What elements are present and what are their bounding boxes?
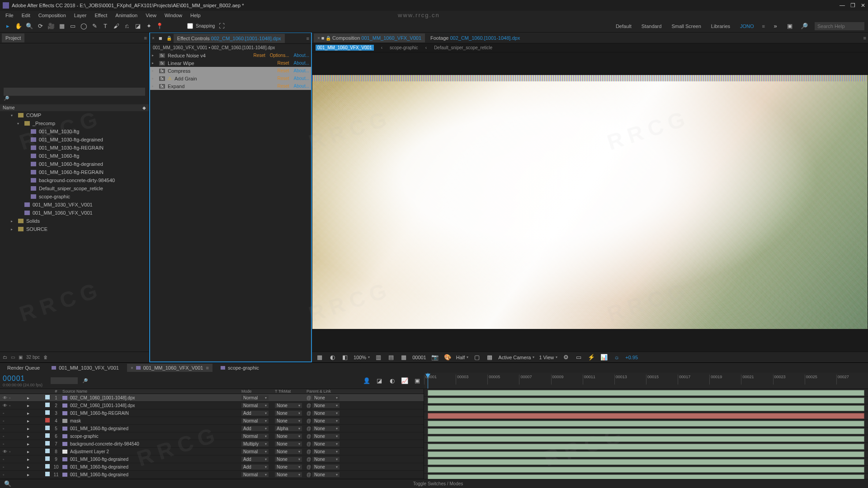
parent-dropdown[interactable]: None▾ [312,465,340,469]
track-row[interactable] [424,397,868,404]
layer-row[interactable]: ◦▸5001_MM_1060-ftg-degrainedAdd▾Alpha▾@ … [0,425,424,432]
pickwhip-icon[interactable]: @ [307,465,311,469]
effect-reset[interactable]: Reset [277,84,289,89]
parent-dropdown[interactable]: None▾ [312,449,340,454]
twirl-icon[interactable]: ▸ [27,426,29,431]
eye-icon[interactable]: 👁 [3,395,7,400]
timeline-zoom-icon[interactable]: 🔍 [4,480,12,488]
project-item[interactable]: 001_MM_1060-ftg-degrained [0,160,149,168]
project-item[interactable]: ▸Solids [0,217,149,225]
exposure-value[interactable]: +0.95 [625,355,638,360]
project-item[interactable]: Default_sniper_scope_reticle [0,184,149,192]
project-item[interactable]: 001_MM_1060-ftg-REGRAIN [0,168,149,176]
resolution-icon[interactable]: ▥ [374,353,382,361]
layer-bar[interactable] [428,398,864,404]
effect-row[interactable]: ▸fx⚠Add GrainResetAbout... [150,75,311,82]
layer-row[interactable]: ◦▸7background-concrete-dirty-984540Multi… [0,440,424,448]
label-color[interactable] [45,464,50,469]
parent-dropdown[interactable]: None▾ [312,411,340,416]
timeline-tracks[interactable] [424,389,868,479]
effect-row[interactable]: ▸fxReduce Noise v4ResetOptions...About..… [150,52,311,59]
col-trkmat[interactable]: T TrkMat [275,389,307,394]
project-item[interactable]: 001_MM_1060-ftg [0,152,149,160]
project-label-header-icon[interactable]: ◆ [142,105,146,110]
comp-breadcrumb[interactable]: Default_sniper_scope_reticle [434,45,492,50]
timeline-icon[interactable]: 📊 [600,353,608,361]
workspace-jono[interactable]: JONO [738,23,756,29]
twirl-icon[interactable]: ▸ [27,395,29,400]
timeline-search-input[interactable] [51,377,78,384]
effect-controls-tab[interactable]: Effect Controls 002_CM_1060.[1001-1048].… [174,34,285,43]
track-row[interactable] [424,420,868,427]
comp-breadcrumb[interactable]: 001_MM_1060_VFX_V001 [316,45,374,51]
project-item[interactable]: ▾_Precomp [0,119,149,127]
minimize-button[interactable]: — [840,2,845,9]
pickwhip-icon[interactable]: @ [307,426,311,431]
parent-dropdown[interactable]: None▾ [312,457,340,462]
track-row[interactable] [424,443,868,450]
trkmat-dropdown[interactable]: None▾ [275,441,302,446]
label-color[interactable] [45,418,50,422]
orbit-tool-icon[interactable]: ⟳ [36,22,44,30]
maximize-button[interactable]: ❐ [850,2,855,9]
snapshot-icon[interactable]: 📷 [431,353,439,361]
blend-mode-dropdown[interactable]: Normal▾ [241,403,269,408]
trkmat-dropdown[interactable]: None▾ [275,449,302,454]
effect-tab-lock-icon[interactable]: 🔒 [166,36,172,41]
twirl-icon[interactable]: ▸ [27,434,29,439]
label-color[interactable] [45,410,50,415]
snap-options-icon[interactable]: ⛶ [217,22,226,30]
search-icon[interactable]: 🔎 [800,22,808,30]
draft-3d-icon[interactable]: ▣ [413,377,421,385]
project-panel-menu-icon[interactable]: ≡ [144,35,147,41]
blend-mode-dropdown[interactable]: Add▾ [241,465,269,469]
rectangle-tool-icon[interactable]: ▭ [69,22,77,30]
solo-icon[interactable]: ◦ [3,418,5,423]
layer-row[interactable]: 👁◦▸2002_CM_1060_[1001-1048].dpxNormal▾No… [0,402,424,409]
layer-bar[interactable] [428,436,864,442]
label-color[interactable] [45,395,50,399]
parent-dropdown[interactable]: None▾ [312,395,340,400]
project-item[interactable]: background-concrete-dirty-984540 [0,176,149,184]
solo-icon[interactable]: ◦ [3,411,5,416]
effect-reset[interactable]: Reset [254,53,265,58]
frame-blend-toggle-icon[interactable]: ◪ [375,377,383,385]
layer-bar[interactable] [428,467,864,473]
twirl-icon[interactable]: ▸ [27,472,29,477]
blend-mode-dropdown[interactable]: Normal▾ [241,418,269,423]
trkmat-dropdown[interactable]: None▾ [275,465,302,469]
solo-icon[interactable]: ◦ [3,441,5,446]
puppet-tool-icon[interactable]: 📍 [156,22,164,30]
track-row[interactable] [424,412,868,420]
view-options-icon[interactable]: ⚙ [562,353,570,361]
pickwhip-icon[interactable]: @ [307,472,311,477]
comp-panel-menu-icon[interactable]: ≡ [863,35,866,41]
current-frame[interactable]: 00001 [412,355,426,360]
col-parent[interactable]: Parent & Link [307,389,347,394]
pickwhip-icon[interactable]: @ [307,457,311,462]
project-name-header[interactable]: Name [3,105,15,110]
layer-bar[interactable] [428,405,864,411]
label-color[interactable] [45,449,50,453]
workspace-default[interactable]: Default [614,23,633,29]
comp-tab-snapshot-icon[interactable]: ■ [321,35,326,41]
twirl-icon[interactable]: ▸ [27,465,29,469]
zoom-tool-icon[interactable]: 🔍 [25,22,33,30]
new-comp-icon[interactable]: ▣ [19,355,23,360]
pixel-aspect-icon[interactable]: ▭ [575,353,583,361]
twirl-icon[interactable]: ▸ [27,457,29,462]
track-row[interactable] [424,450,868,458]
graph-editor-icon[interactable]: 📈 [401,377,409,385]
timeline-tab[interactable]: 001_MM_1030_VFX_V001 [48,364,123,372]
type-tool-icon[interactable]: T [101,22,109,30]
zoom-dropdown[interactable]: 100%▾ [354,355,370,360]
timeline-tab[interactable]: × 001_MM_1060_VFX_V001 ≡ [127,364,212,372]
blend-mode-dropdown[interactable]: Normal▾ [241,449,269,454]
project-item[interactable]: ▾COMP [0,111,149,119]
effect-about[interactable]: About... [294,76,309,81]
layer-bar[interactable] [428,421,864,427]
selection-tool-icon[interactable]: ▸ [4,22,12,30]
close-button[interactable]: ✕ [861,2,865,9]
effect-reset[interactable]: Reset [277,76,289,81]
trkmat-dropdown[interactable]: None▾ [275,411,302,416]
